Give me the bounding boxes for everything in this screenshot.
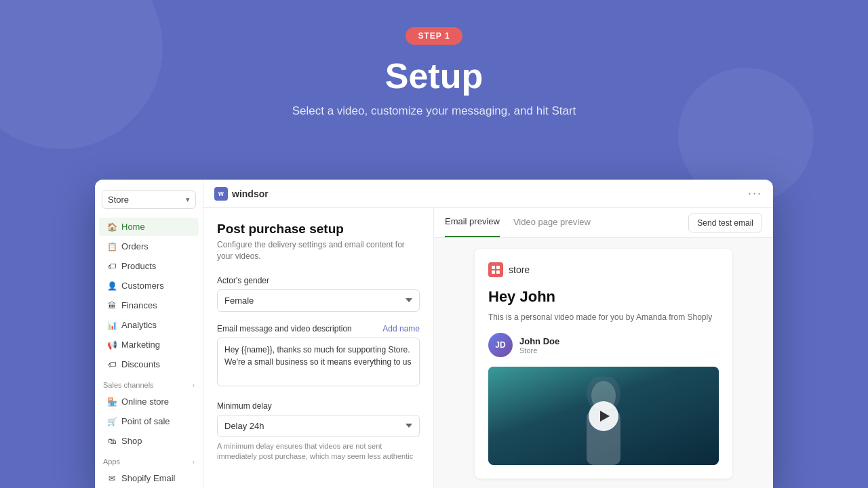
preview-panel: Email preview Video page preview Send te… [434,208,773,488]
play-icon [600,411,610,422]
sidebar: Store ▾ 🏠 Home 📋 Orders 🏷 Products 👤 Cus… [95,180,203,488]
marketing-icon: 📢 [107,340,117,350]
avatar: JD [488,333,513,357]
minimum-delay-hint: A minimum delay ensures that videos are … [217,441,420,462]
sidebar-item-home[interactable]: 🏠 Home [99,218,199,236]
page-subtitle: Select a video, customize your messaging… [0,104,868,118]
discounts-icon: 🏷 [107,360,117,369]
sender-info: John Doe Store [519,336,559,354]
apps-label: Apps [103,458,120,466]
page-title: Setup [0,56,868,96]
sidebar-item-orders[interactable]: 📋 Orders [99,237,199,256]
email-card: store Hey John This is a personal video … [475,249,732,479]
expand-apps-icon[interactable]: › [193,458,195,466]
svg-rect-2 [492,270,495,274]
logo-text: windsor [232,188,269,199]
actor-gender-select[interactable]: Female Male [217,289,420,312]
sidebar-item-marketing[interactable]: 📢 Marketing [99,336,199,354]
minimum-delay-group: Minimum delay Delay 24h Delay 48h No del… [217,401,420,462]
add-name-link[interactable]: Add name [382,324,420,333]
sidebar-item-shop[interactable]: 🛍 Shop [99,432,199,450]
orders-icon: 📋 [107,242,117,251]
sales-channels-header: Sales channels › [95,374,203,392]
email-store-logo: store [488,262,719,277]
store-selector[interactable]: Store ▾ [102,190,196,209]
form-panel: Post purchase setup Configure the delive… [203,208,434,488]
pos-icon: 🛒 [107,417,117,426]
main-content: w windsor ··· Post purchase setup Config… [203,180,773,488]
nav-item-label: Shop [121,436,142,446]
sidebar-item-products[interactable]: 🏷 Products [99,257,199,275]
send-test-email-button[interactable]: Send test email [688,214,762,232]
sidebar-item-point-of-sale[interactable]: 🛒 Point of sale [99,412,199,430]
nav-item-label: Customers [121,281,164,291]
home-icon: 🏠 [107,222,117,232]
nav-item-label: Home [121,222,145,232]
sidebar-item-shopify-email[interactable]: ✉ Shopify Email [99,469,199,487]
sidebar-item-customers[interactable]: 👤 Customers [99,277,199,295]
store-selector-label: Store [108,195,129,205]
sender-store: Store [519,346,559,354]
email-sender: JD John Doe Store [488,333,719,357]
sales-channels-label: Sales channels [103,381,154,389]
tab-video-preview[interactable]: Video page preview [513,208,591,237]
sender-name: John Doe [519,336,559,346]
shopify-email-icon: ✉ [107,474,117,483]
form-subtitle: Configure the delivery settings and emai… [217,239,420,262]
nav-item-label: Shopify Email [121,473,175,483]
actor-gender-label: Actor's gender [217,276,420,285]
shop-icon: 🛍 [107,436,117,446]
email-message-group: Email message and video description Add … [217,324,420,389]
content-body: Post purchase setup Configure the delive… [203,208,773,488]
email-message-textarea[interactable]: Hey {{name}}, thanks so much for support… [217,338,420,386]
windsor-logo: w windsor [214,187,269,201]
logo-icon: w [214,187,228,201]
form-title: Post purchase setup [217,222,420,237]
sidebar-item-discounts[interactable]: 🏷 Discounts [99,355,199,373]
products-icon: 🏷 [107,262,117,271]
customers-icon: 👤 [107,281,117,291]
svg-rect-1 [496,266,500,269]
email-message-label: Email message and video description Add … [217,324,420,333]
actor-gender-group: Actor's gender Female Male [217,276,420,312]
email-body-text: This is a personal video made for you by… [488,311,719,323]
email-store-name: store [509,264,530,275]
sidebar-item-online-store[interactable]: 🏪 Online store [99,392,199,411]
topbar: w windsor ··· [203,180,773,208]
analytics-icon: 📊 [107,321,117,330]
chevron-down-icon: ▾ [186,195,190,204]
nav-item-label: Finances [121,300,157,310]
nav-item-label: Online store [121,396,169,407]
nav-item-label: Discounts [121,359,160,369]
tab-email-preview[interactable]: Email preview [445,208,500,237]
nav-item-label: Products [121,261,156,271]
nav-item-label: Orders [121,241,149,251]
preview-content: store Hey John This is a personal video … [434,238,773,488]
svg-rect-0 [492,266,495,269]
video-thumbnail[interactable] [488,367,719,465]
more-options-button[interactable]: ··· [748,186,762,201]
nav-item-label: Point of sale [121,416,170,426]
minimum-delay-label: Minimum delay [217,401,420,411]
minimum-delay-select[interactable]: Delay 24h Delay 48h No delay [217,415,420,437]
nav-item-label: Marketing [121,340,160,350]
email-greeting: Hey John [488,288,719,306]
svg-rect-3 [496,270,500,274]
online-store-icon: 🏪 [107,397,117,407]
store-logo-icon [488,262,503,277]
preview-tabs: Email preview Video page preview Send te… [434,208,773,238]
apps-header: Apps › [95,451,203,468]
app-window: Store ▾ 🏠 Home 📋 Orders 🏷 Products 👤 Cus… [95,180,773,488]
sidebar-item-analytics[interactable]: 📊 Analytics [99,316,199,334]
finances-icon: 🏛 [107,301,117,310]
play-button[interactable] [589,401,618,431]
expand-icon[interactable]: › [193,382,195,389]
nav-item-label: Analytics [121,320,157,330]
sidebar-item-finances[interactable]: 🏛 Finances [99,296,199,314]
step-badge: STEP 1 [406,27,462,45]
